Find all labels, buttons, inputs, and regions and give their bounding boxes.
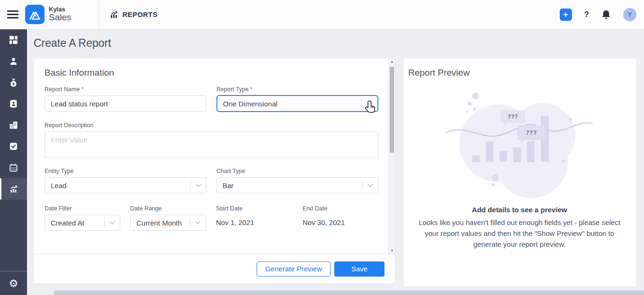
scrollbar-down-arrow-icon[interactable]: ▼ [389,249,395,253]
mountain-logo-icon [28,9,42,21]
date-range-value: Current Month [131,219,190,227]
leads-person-icon [9,57,18,66]
hamburger-menu-icon[interactable] [7,10,18,19]
brand-name: Kylas Sales [49,6,72,23]
report-type-label: Report Type * [216,86,378,93]
notification-bell-icon[interactable] [601,9,611,20]
report-type-select[interactable]: One Dimensional [216,95,378,112]
brand-kylas: Kylas [49,6,72,13]
svg-text:???: ??? [526,129,537,136]
date-range-select[interactable]: Current Month [130,215,206,231]
date-filter-label: Date Filter [45,205,120,212]
scrollbar-thumb[interactable] [390,67,394,153]
preview-empty-title: Add details to see a preview [408,206,631,214]
sidebar-item-leads[interactable] [0,51,27,72]
horizontal-scrollbar-thumb[interactable] [54,291,644,295]
save-button[interactable]: Save [334,261,385,277]
user-avatar[interactable]: Y [623,8,636,21]
sidebar-item-contacts[interactable] [0,93,27,114]
chevron-down-icon[interactable] [105,221,120,225]
date-range-label: Date Range [130,205,206,212]
report-name-input[interactable] [45,95,206,112]
end-date-label: End Date [303,205,378,212]
left-sidebar: $ [0,29,27,295]
report-description-textarea[interactable] [45,131,378,158]
reports-chart-icon [110,10,118,19]
chevron-down-icon[interactable] [362,102,377,105]
chevron-down-icon[interactable] [190,221,206,225]
deals-moneybag-icon: $ [9,78,18,87]
empty-preview-illustration: ??? ??? [446,90,593,200]
preview-empty-body: Looks like you haven't filled out enough… [412,217,626,250]
quick-add-button[interactable]: + [560,9,572,21]
dashboard-icon [9,35,18,44]
date-filter-select[interactable]: Created At [45,215,120,231]
sidebar-item-dashboard[interactable] [0,29,27,51]
start-date-value[interactable]: Nov 1, 2021 [216,218,293,226]
report-preview-card: Report Preview [403,58,637,287]
section-title: Basic Information [45,68,378,78]
report-form-card: Basic Information Report Name * Report T… [34,58,395,284]
help-icon[interactable]: ? [584,10,589,19]
header-divider [99,0,99,29]
generate-preview-button[interactable]: Generate Preview [257,261,331,277]
report-name-label: Report Name * [45,86,206,93]
chart-type-select[interactable]: Bar [216,177,378,193]
tasks-check-icon [9,142,18,151]
sidebar-item-deals[interactable]: $ [0,72,27,93]
entity-type-value: Lead [45,182,190,190]
chevron-down-icon[interactable] [191,183,206,187]
page-title: Create A Report [34,37,111,50]
breadcrumb: REPORTS [110,10,158,19]
form-vertical-scrollbar[interactable]: ▲ ▼ [388,58,395,254]
form-scroll-region: Basic Information Report Name * Report T… [34,58,395,254]
preview-title: Report Preview [408,68,631,78]
svg-text:???: ??? [508,113,518,120]
start-date-label: Start Date [216,205,293,212]
date-filter-value: Created At [45,219,104,227]
required-asterisk: * [81,86,84,93]
entity-type-select[interactable]: Lead [45,177,206,193]
kylas-logo [25,5,45,24]
required-asterisk: * [250,86,252,93]
svg-text:$: $ [12,82,15,86]
top-header: Kylas Sales REPORTS + ? Y [0,0,644,29]
scrollbar-up-arrow-icon[interactable]: ▲ [389,60,395,64]
companies-building-icon [9,121,18,130]
entity-type-label: Entity Type [45,168,206,174]
page-section-label: REPORTS [123,11,158,18]
settings-gear-icon[interactable]: ⚙ [0,271,27,295]
horizontal-scrollbar[interactable] [54,290,644,295]
report-description-label: Report Description [45,122,378,129]
sidebar-item-tasks[interactable] [0,136,27,157]
chevron-down-icon[interactable] [363,183,378,187]
end-date-value[interactable]: Nov 30, 2021 [303,218,378,226]
sidebar-item-calendar[interactable] [0,157,27,178]
sidebar-item-companies[interactable] [0,114,27,136]
sidebar-item-reports[interactable] [0,178,27,200]
contacts-book-icon [9,99,18,108]
chart-type-value: Bar [217,182,362,190]
calendar-icon [9,163,18,172]
chart-type-label: Chart Type [216,168,378,174]
report-type-value: One Dimensional [217,100,362,108]
brand-sales: Sales [49,13,72,23]
form-footer: Generate Preview Save [34,254,395,284]
main-content: Create A Report Basic Information Report… [27,29,644,295]
reports-chart-icon [9,184,18,194]
